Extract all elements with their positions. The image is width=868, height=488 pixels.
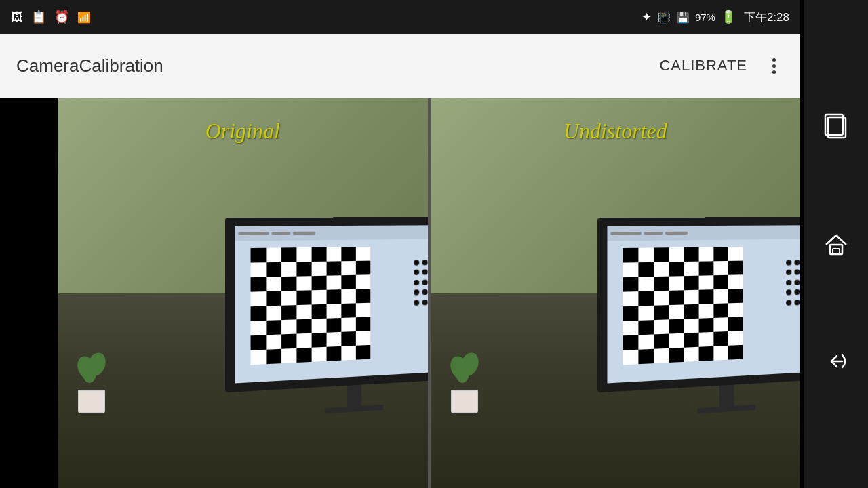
c — [266, 334, 281, 349]
wifi-icon: 📶 — [77, 11, 91, 24]
c — [250, 321, 266, 336]
c — [281, 348, 296, 363]
dot — [795, 260, 800, 265]
clipboard-icon: 📋 — [31, 9, 46, 24]
c — [311, 333, 326, 348]
tb-bar3 — [293, 232, 315, 235]
c — [699, 318, 714, 333]
c — [296, 348, 311, 363]
c — [356, 247, 370, 261]
status-icons-left: 🖼 📋 ⏰ 📶 — [11, 9, 91, 24]
c — [639, 262, 654, 277]
c — [356, 345, 370, 360]
original-view: Original — [58, 98, 431, 488]
c — [296, 304, 311, 319]
tb-bar1 — [238, 232, 269, 235]
c — [639, 277, 654, 291]
original-label: Original — [205, 119, 280, 144]
c — [684, 319, 699, 333]
dot — [422, 300, 428, 305]
plant-left — [71, 352, 112, 413]
c — [296, 333, 311, 348]
c — [669, 290, 684, 305]
c — [728, 261, 743, 275]
c — [714, 346, 729, 361]
c — [714, 331, 729, 346]
c — [326, 261, 341, 275]
c — [639, 320, 654, 335]
c — [639, 334, 654, 349]
c — [639, 291, 654, 306]
c — [684, 304, 699, 319]
c — [699, 275, 714, 289]
c — [623, 262, 639, 277]
c — [699, 289, 714, 304]
c — [699, 261, 714, 275]
c — [341, 275, 356, 289]
c — [326, 332, 341, 347]
calibrate-button[interactable]: CALIBRATE — [659, 57, 747, 75]
c — [250, 248, 266, 263]
leaf3-right — [456, 363, 469, 383]
monitor-left — [225, 217, 427, 424]
c — [326, 346, 341, 361]
c — [326, 304, 341, 319]
battery-icon: 🔋 — [721, 9, 736, 24]
dot — [786, 300, 791, 305]
dot — [422, 279, 428, 285]
sd-icon: 💾 — [676, 11, 690, 24]
c — [341, 331, 356, 346]
c — [356, 261, 370, 275]
recents-icon — [823, 113, 850, 140]
c — [326, 318, 341, 333]
more-options-button[interactable] — [764, 58, 784, 74]
screen-toolbar-left — [235, 225, 427, 241]
leaf3-left — [83, 363, 96, 383]
bluetooth-icon: ✦ — [642, 9, 652, 24]
monitor-right — [598, 217, 800, 424]
dot-pattern-left — [414, 259, 428, 308]
original-camera-bg — [58, 98, 428, 488]
dot — [414, 260, 419, 265]
c — [326, 289, 341, 304]
image-icon: 🖼 — [11, 10, 23, 24]
c — [728, 274, 743, 289]
home-button[interactable] — [819, 227, 853, 261]
c — [266, 262, 281, 277]
pot-right — [451, 390, 478, 413]
undistorted-scene — [431, 98, 801, 488]
main-content: Original — [58, 98, 800, 488]
c — [281, 319, 296, 334]
back-button[interactable] — [819, 344, 853, 378]
c — [684, 347, 699, 362]
c — [296, 276, 311, 291]
c — [684, 276, 699, 291]
c — [728, 317, 743, 331]
c — [699, 304, 714, 319]
c — [356, 303, 370, 317]
c — [623, 335, 639, 350]
c — [623, 350, 639, 365]
c — [266, 291, 281, 306]
c — [639, 247, 654, 262]
c — [266, 277, 281, 291]
c — [296, 247, 311, 262]
status-icons-right: ✦ 📳 💾 97% 🔋 下午2:28 — [642, 9, 789, 25]
recents-button[interactable] — [819, 110, 853, 144]
dot — [786, 280, 791, 285]
dot — [422, 289, 428, 295]
c — [296, 319, 311, 334]
tb-bar3r — [665, 232, 688, 235]
back-icon — [823, 348, 849, 374]
c — [266, 349, 281, 364]
c — [341, 317, 356, 332]
time-display: 下午2:28 — [744, 9, 789, 25]
c — [669, 333, 684, 348]
c — [728, 289, 743, 303]
dot — [795, 270, 800, 275]
c — [669, 304, 684, 319]
tb-bar1r — [610, 232, 642, 235]
c — [669, 276, 684, 291]
c — [281, 291, 296, 306]
c — [281, 277, 296, 291]
